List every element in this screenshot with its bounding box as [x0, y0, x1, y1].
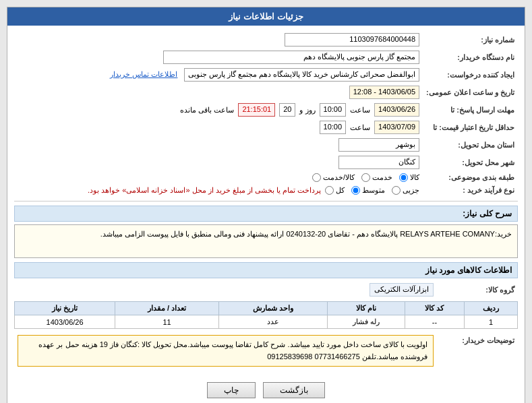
- requester-value: ابوالفضل صحرائی کارشناس خرید کالا پالایش…: [184, 68, 420, 82]
- category-both-radio[interactable]: [312, 173, 321, 182]
- goods-table: ردیف کد کالا نام کالا واحد شمارش تعداد /…: [14, 301, 518, 329]
- goods-title-text: اطلاعات کالاهای مورد نیاز: [425, 266, 512, 275]
- price-date: 1403/07/09: [374, 121, 419, 134]
- datetime-label: تاریخ و ساعت اعلان عمومی:: [423, 84, 518, 101]
- col-qty: تعداد / مقدار: [115, 302, 219, 315]
- province-value: بوشهر: [338, 138, 419, 152]
- category-label: طبقه بندی موضوعی:: [423, 171, 518, 184]
- price-deadline-label: حداقل تاریخ اعتبار قیمت: تا: [423, 119, 518, 136]
- cell-name: رله فشار: [327, 315, 405, 329]
- purchase-type-medium[interactable]: متوسط: [351, 186, 385, 195]
- buyer-notes-box: اولویت با کالای ساخت داخل مورد تایید میب…: [18, 335, 434, 367]
- col-unit: واحد شمارش: [219, 302, 327, 315]
- cell-date: 1403/06/26: [15, 315, 115, 329]
- cell-unit: عدد: [219, 315, 327, 329]
- city-label: شهر محل تحویل:: [423, 154, 518, 171]
- purchase-partial-radio[interactable]: [392, 186, 401, 195]
- answer-day: 20: [279, 103, 295, 117]
- price-time: 10:00: [320, 121, 347, 134]
- purchase-total-radio[interactable]: [325, 186, 334, 195]
- col-name: نام کالا: [327, 302, 405, 315]
- col-code: کد کالا: [405, 302, 464, 315]
- main-content: شماره نیاز: 1103097684000448 نام دستگاه …: [7, 26, 525, 403]
- datetime-value: 1403/06/05 - 12:08: [349, 86, 419, 99]
- group-cell: ابزارآلات الکتریکی: [14, 281, 437, 299]
- category-goods-label: کالا: [410, 173, 419, 182]
- category-goods-radio[interactable]: [399, 173, 408, 182]
- buyer-notes-cell: اولویت با کالای ساخت داخل مورد تایید میب…: [14, 333, 437, 374]
- province-label: استان محل تحویل:: [423, 136, 518, 154]
- category-both-label: کالا/خدمت: [323, 173, 355, 182]
- purchase-type-partial[interactable]: جزیی: [392, 186, 419, 195]
- day-label: روز و: [299, 106, 315, 115]
- purchase-medium-label: متوسط: [362, 186, 385, 195]
- datetime-cell: 1403/06/05 - 12:08: [14, 84, 423, 101]
- main-container: جزئیات اطلاعات نیاز شماره نیاز: 11030976…: [7, 7, 525, 403]
- need-number-cell: 1103097684000448: [14, 31, 423, 49]
- group-table: گروه کالا: ابزارآلات الکتریکی: [14, 281, 518, 299]
- purchase-type-total[interactable]: کل: [325, 186, 345, 195]
- category-option-service[interactable]: خدمت: [361, 173, 392, 182]
- category-radio-group: کالا خدمت کالا/خدمت: [312, 173, 419, 182]
- category-service-radio[interactable]: [361, 173, 370, 182]
- print-button[interactable]: چاپ: [207, 382, 256, 398]
- category-cell: کالا خدمت کالا/خدمت: [14, 171, 423, 184]
- narration-box: خرید:RELAYS ARTEHE COMANY پالایشگاه دهم …: [14, 224, 518, 258]
- answer-time: 10:00: [320, 103, 347, 117]
- group-value: ابزارآلات الکتریکی: [370, 283, 434, 297]
- city-cell: کنگان: [14, 154, 423, 171]
- contact-info-link[interactable]: اطلاعات تماس خریدار: [110, 70, 177, 78]
- info-table: شماره نیاز: 1103097684000448 نام دستگاه …: [14, 31, 518, 197]
- cell-row: 1: [464, 315, 517, 329]
- page-header: جزئیات اطلاعات نیاز: [7, 7, 525, 26]
- col-date: تاریخ نیاز: [15, 302, 115, 315]
- cell-qty: 11: [115, 315, 219, 329]
- purchase-partial-label: جزیی: [403, 186, 419, 195]
- need-number-value: 1103097684000448: [285, 33, 419, 46]
- buyer-device-value: مجتمع گاز پارس جنوبی پالایشگاه دهم: [163, 51, 419, 64]
- category-option-both[interactable]: کالا/خدمت: [312, 173, 355, 182]
- buyer-device-label: نام دستگاه خریدار:: [423, 49, 518, 66]
- col-row-num: ردیف: [464, 302, 517, 315]
- price-time-label: ساعت: [350, 123, 370, 132]
- answer-remaining: 21:15:01: [238, 103, 275, 117]
- buyer-notes-table: توضیحات خریدار: اولویت با کالای ساخت داخ…: [14, 333, 518, 374]
- remaining-label: ساعت باقی مانده: [180, 106, 234, 115]
- purchase-type-radio-group: جزیی متوسط کل: [325, 186, 419, 195]
- purchase-note: پرداخت تمام یا بخشی از مبلغ خرید از محل …: [88, 186, 321, 195]
- header-title: جزئیات اطلاعات نیاز: [229, 11, 303, 22]
- purchase-type-cell: جزیی متوسط کل پرد: [14, 184, 423, 197]
- answer-deadline-cell: 1403/06/26 ساعت 10:00 روز و 20 21:15:01 …: [14, 101, 423, 119]
- table-row: 1--رله فشارعدد111403/06/26: [15, 315, 518, 329]
- city-value: کنگان: [338, 156, 419, 169]
- category-option-goods[interactable]: کالا: [399, 173, 419, 182]
- answer-date: 1403/06/26: [374, 103, 419, 117]
- purchase-medium-radio[interactable]: [351, 186, 360, 195]
- requester-cell: ابوالفضل صحرائی کارشناس خرید کالا پالایش…: [14, 66, 423, 84]
- purchase-type-label: نوع فرآیند خرید :: [423, 184, 518, 197]
- back-button[interactable]: بازگشت: [263, 382, 325, 398]
- narration-section-title: سرح کلی نیاز:: [14, 206, 518, 222]
- time-label: ساعت: [350, 106, 370, 115]
- purchase-total-label: کل: [336, 186, 345, 195]
- province-cell: بوشهر: [14, 136, 423, 154]
- buyer-notes-text: اولویت با کالای ساخت داخل مورد تایید میب…: [38, 340, 427, 361]
- category-service-label: خدمت: [372, 173, 392, 182]
- buyer-device-cell: مجتمع گاز پارس جنوبی پالایشگاه دهم: [14, 49, 423, 66]
- price-deadline-cell: 1403/07/09 ساعت 10:00: [14, 119, 423, 136]
- requester-label: ایجاد کننده درخواست:: [423, 66, 518, 84]
- cell-code: --: [405, 315, 464, 329]
- narration-title-text: سرح کلی نیاز:: [463, 209, 512, 218]
- need-number-label: شماره نیاز:: [423, 31, 518, 49]
- narration-text: خرید:RELAYS ARTEHE COMANY پالایشگاه دهم …: [100, 230, 512, 238]
- goods-info-title: اطلاعات کالاهای مورد نیاز: [14, 262, 518, 278]
- buyer-notes-label: توضیحات خریدار:: [437, 333, 518, 374]
- button-row: بازگشت چاپ: [14, 378, 518, 403]
- answer-deadline-label: مهلت ارسال پاسخ: تا: [423, 101, 518, 119]
- group-label: گروه کالا:: [437, 281, 518, 299]
